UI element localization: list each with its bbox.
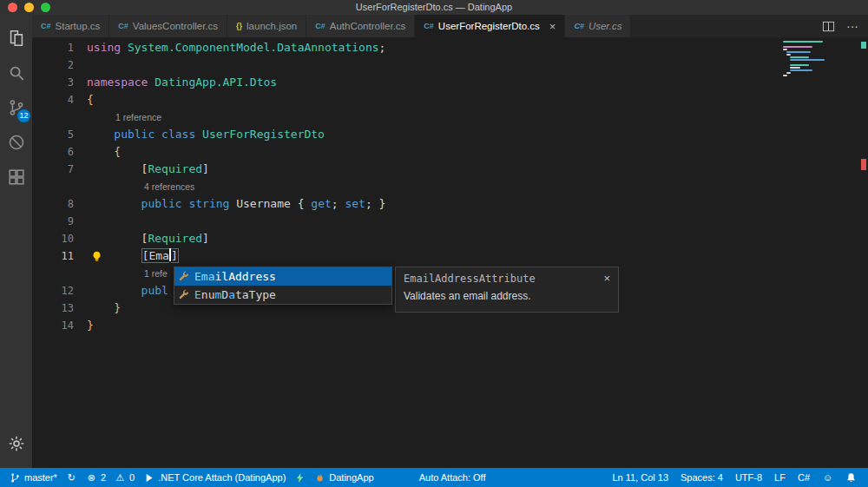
code-line[interactable]: 14} [32, 317, 868, 334]
overview-ruler[interactable] [859, 37, 868, 468]
status-feedback[interactable]: ☺ [816, 468, 839, 487]
status-label: LF [774, 472, 786, 483]
split-editor-icon[interactable] [822, 20, 835, 33]
activity-extensions[interactable] [0, 160, 32, 194]
line-number: 8 [32, 195, 74, 213]
code-line[interactable]: 2 [32, 56, 868, 74]
title-bar: UserForRegisterDto.cs — DatingApp [0, 0, 868, 15]
tab-launch-json[interactable]: {}launch.json [227, 15, 306, 37]
tab-valuescontroller-cs[interactable]: C#ValuesController.cs [109, 15, 227, 37]
tab-startup-cs[interactable]: C#Startup.cs [32, 15, 109, 37]
code-text: [Required] [87, 161, 209, 178]
minimap-line [786, 72, 791, 74]
status-bolt[interactable] [290, 468, 310, 487]
line-number: 10 [32, 230, 74, 247]
tab-label: User.cs [589, 21, 622, 31]
activity-items: 12 [0, 15, 32, 194]
search-icon [7, 63, 26, 82]
status-sync[interactable]: ↻ [62, 468, 82, 487]
minimap-line [783, 46, 812, 48]
code-text: [Required] [87, 230, 209, 247]
activity-search[interactable] [0, 56, 32, 90]
minimap-line [790, 69, 812, 71]
smiley-icon: ☺ [822, 472, 833, 484]
codelens-text[interactable]: 1 reference [87, 109, 161, 126]
activity-debug[interactable] [0, 125, 32, 160]
status-indentation[interactable]: Spaces: 4 [674, 468, 729, 487]
status-auto-attach[interactable]: Auto Attach: Off [415, 468, 490, 487]
file-type-icon: C# [424, 22, 434, 30]
code-text: publ [87, 282, 168, 299]
status-git-branch[interactable]: master* [5, 468, 62, 487]
line-number [32, 178, 74, 195]
editor[interactable]: 1using System.ComponentModel.DataAnnotat… [32, 37, 868, 468]
tab-userforregisterdto-cs[interactable]: C#UserForRegisterDto.cs× [415, 15, 565, 37]
minimap-line [783, 49, 787, 50]
line-number: 1 [32, 39, 74, 56]
tab-label: ValuesController.cs [133, 21, 218, 31]
tab-authcontroller-cs[interactable]: C#AuthController.cs [306, 15, 415, 37]
docs-description: Validates an email address. [404, 290, 610, 302]
line-number: 14 [32, 317, 74, 334]
code-text: { [87, 143, 121, 161]
activity-settings[interactable] [0, 426, 32, 461]
flame-icon [314, 472, 326, 484]
line-number: 2 [32, 56, 74, 74]
status-cursor-position[interactable]: Ln 11, Col 13 [606, 468, 674, 487]
code-line[interactable]: 11 [Ema] [32, 247, 868, 265]
tab-bar: C#Startup.csC#ValuesController.cs{}launc… [32, 15, 868, 37]
code-line[interactable]: 1using System.ComponentModel.DataAnnotat… [32, 39, 868, 56]
code-line[interactable]: 4{ [32, 91, 868, 109]
suggestion-enumdatatype[interactable]: EnumDataType [174, 286, 391, 304]
file-type-icon: {} [236, 22, 242, 30]
close-tab-icon[interactable]: × [549, 21, 556, 32]
sync-icon: ↻ [66, 472, 77, 484]
status-label: DatingApp [329, 472, 373, 483]
code-line[interactable]: 6 { [32, 143, 868, 161]
status-debug-launch[interactable]: .NET Core Attach (DatingApp) [139, 468, 290, 487]
minimap[interactable] [783, 41, 816, 77]
activity-source-control[interactable]: 12 [0, 90, 32, 125]
status-language-mode[interactable]: C# [792, 468, 816, 487]
file-type-icon: C# [574, 22, 584, 30]
overview-mark [861, 42, 866, 49]
line-number [32, 265, 74, 282]
suggestion-emailaddress[interactable]: EmailAddress [174, 267, 391, 286]
code-line[interactable]: 8 public string Username { get; set; } [32, 195, 868, 213]
status-eol[interactable]: LF [768, 468, 792, 487]
status-project[interactable]: DatingApp [310, 468, 378, 487]
more-actions-icon[interactable]: ··· [846, 20, 859, 33]
code-text: { [87, 91, 94, 109]
status-label: Auto Attach: Off [419, 472, 486, 483]
minimap-line [786, 54, 791, 56]
gear-icon [7, 434, 26, 453]
status-label: Ln 11, Col 13 [612, 472, 668, 483]
tab-user-cs[interactable]: C#User.cs [565, 15, 631, 37]
tab-label: launch.json [247, 21, 297, 31]
status-encoding[interactable]: UTF-8 [729, 468, 768, 487]
file-type-icon: C# [41, 22, 51, 30]
line-number: 11 [32, 247, 74, 265]
status-warnings[interactable]: ⚠0 [110, 468, 139, 487]
code-text: public string Username { get; set; } [87, 195, 385, 213]
codelens-text[interactable]: 4 references [87, 178, 194, 195]
codelens-text[interactable]: 1 refe [87, 265, 168, 282]
lightbulb-icon[interactable] [91, 250, 102, 261]
close-docs-icon[interactable]: × [603, 273, 610, 284]
wrench-icon [178, 289, 190, 301]
error-icon: ⊗ [86, 472, 97, 484]
code-line[interactable]: 5 public class UserForRegisterDto [32, 126, 868, 143]
minimap-line [790, 56, 809, 58]
code-line[interactable]: 10 [Required] [32, 230, 868, 247]
status-label: .NET Core Attach (DatingApp) [158, 472, 286, 483]
status-errors[interactable]: ⊗2 [82, 468, 110, 487]
status-label: master* [24, 472, 57, 483]
activity-explorer[interactable] [0, 21, 32, 56]
line-number: 7 [32, 161, 74, 178]
suggestion-label: EnumDataType [194, 288, 276, 301]
editor-actions: ··· [822, 15, 859, 37]
code-line[interactable]: 9 [32, 213, 868, 230]
code-line[interactable]: 7 [Required] [32, 161, 868, 178]
code-line[interactable]: 3namespace DatingApp.API.Dtos [32, 74, 868, 91]
status-notifications[interactable] [839, 468, 863, 487]
